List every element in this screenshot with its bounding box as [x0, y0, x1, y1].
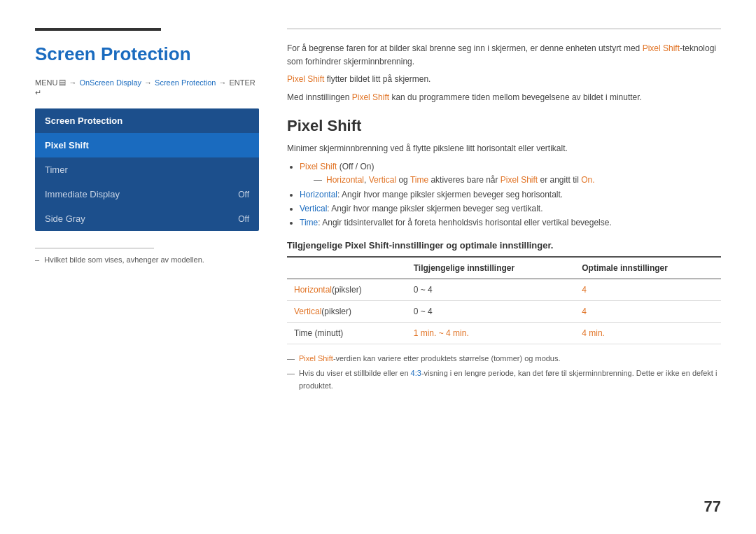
intro1-highlight: Pixel Shift — [643, 43, 680, 53]
bullet4-rest: : Angir tidsintervallet for å foreta hen… — [318, 218, 612, 227]
bullet2-highlight: Horizontal — [300, 190, 337, 199]
breadcrumb-protection: Screen Protection — [155, 78, 216, 87]
table-header-row: Tilgjengelige innstillinger Optimale inn… — [287, 257, 721, 279]
nav-box-title: Screen Protection — [35, 108, 259, 133]
arrow1: → — [69, 78, 76, 87]
page-title: Screen Protection — [35, 43, 259, 65]
intro1-text: For å begrense faren for at bilder skal … — [287, 43, 643, 53]
td-vertical-label: Vertical(piksler) — [287, 300, 407, 322]
table-row-vertical: Vertical(piksler) 0 ~ 4 4 — [287, 300, 721, 322]
note-content: Hvilket bilde som vises, avhenger av mod… — [44, 255, 204, 264]
td-vertical-rest: (piksler) — [321, 307, 351, 316]
td-vertical-highlight: Vertical — [294, 307, 321, 316]
sub-pixel-shift: Pixel Shift — [500, 175, 538, 185]
td-horizontal-optimal: 4 — [575, 279, 721, 300]
sub-horizontal: Horizontal — [326, 175, 364, 185]
td-time-range: 1 min. ~ 4 min. — [407, 322, 575, 344]
footnote-2: ― Hvis du viser et stillbilde eller en 4… — [287, 367, 721, 392]
bullet2-rest: : Angir hvor mange piksler skjermen beve… — [337, 190, 563, 199]
right-panel: For å begrense faren for at bilder skal … — [287, 28, 721, 513]
intro-paragraph-3: Med innstillingen Pixel Shift kan du pro… — [287, 91, 721, 104]
bullet1-rest: (Off / On) — [337, 162, 374, 171]
arrow2: → — [144, 78, 152, 87]
th-col2: Tilgjengelige innstillinger — [407, 257, 575, 279]
fn1-rest: -verdien kan variere etter produktets st… — [333, 354, 561, 363]
fn1-text: Pixel Shift-verdien kan variere etter pr… — [299, 353, 561, 365]
td-vertical-range: 0 ~ 4 — [407, 300, 575, 322]
nav-item-side-gray[interactable]: Side Gray Off — [35, 206, 259, 231]
sub-time: Time — [410, 175, 428, 185]
intro-paragraph-2: Pixel Shift flytter bildet litt på skjer… — [287, 73, 721, 86]
td-time-rest: (minutt) — [312, 328, 343, 338]
nav-label-immediate: Immediate Display — [45, 189, 120, 199]
bullet4-highlight: Time — [300, 218, 318, 227]
note-dash: – — [35, 255, 39, 264]
intro3-text: Med innstillingen — [287, 92, 352, 102]
left-panel: Screen Protection MENU ▤ → OnScreen Disp… — [35, 28, 259, 513]
td-horizontal-range: 0 ~ 4 — [407, 279, 575, 300]
arrow3: → — [218, 78, 226, 87]
td-horizontal-rest: (piksler) — [332, 285, 362, 295]
sub-vertical: Vertical — [369, 175, 396, 185]
bullet3-rest: : Angir hvor mange piksler skjermen beve… — [327, 204, 542, 213]
fn2-text: Hvis du viser et stillbilde eller en 4:3… — [299, 367, 721, 392]
section-title: Pixel Shift — [287, 117, 721, 135]
intro2-highlight: Pixel Shift — [287, 74, 324, 84]
bullet3-highlight: Vertical — [300, 204, 327, 213]
sub-text: Horizontal, Vertical og Time aktiveres b… — [326, 174, 595, 187]
bullet-item-2: Horizontal: Angir hvor mange piksler skj… — [300, 188, 721, 202]
sub-dash: ― — [314, 174, 322, 187]
bullet-item-1: Pixel Shift (Off / On) ― Horizontal, Ver… — [300, 160, 721, 188]
bullet-list: Pixel Shift (Off / On) ― Horizontal, Ver… — [300, 160, 721, 230]
th-col1 — [287, 257, 407, 279]
nav-label-side-gray: Side Gray — [45, 213, 85, 224]
table-row-time: Time (minutt) 1 min. ~ 4 min. 4 min. — [287, 322, 721, 344]
enter-icon: ↵ — [35, 88, 41, 97]
td-time-highlight: Time — [294, 328, 312, 338]
menu-label: MENU — [35, 78, 57, 87]
nav-value-side-gray: Off — [238, 214, 249, 224]
breadcrumb-enter: ENTER — [229, 78, 255, 87]
nav-label-pixel-shift: Pixel Shift — [45, 140, 89, 150]
sub-on: On. — [581, 175, 594, 185]
intro2-rest: flytter bildet litt på skjermen. — [324, 74, 430, 84]
breadcrumb-onscreen: OnScreen Display — [79, 78, 141, 87]
nav-item-immediate[interactable]: Immediate Display Off — [35, 182, 259, 206]
table-title: Tilgjengelige Pixel Shift-innstillinger … — [287, 240, 721, 251]
td-vertical-optimal: 4 — [575, 300, 721, 322]
nav-item-timer[interactable]: Timer — [35, 157, 259, 182]
td-time-label: Time (minutt) — [287, 322, 407, 344]
table-row-horizontal: Horizontal(piksler) 0 ~ 4 4 — [287, 279, 721, 300]
bullet-item-4: Time: Angir tidsintervallet for å foreta… — [300, 216, 721, 230]
fn2-dash: ― — [287, 367, 295, 380]
intro-paragraph-1: For å begrense faren for at bilder skal … — [287, 42, 721, 69]
td-time-optimal: 4 min. — [575, 322, 721, 344]
fn2-highlight: 4:3 — [411, 369, 421, 377]
fn1-dash: ― — [287, 353, 295, 365]
nav-label-timer: Timer — [45, 164, 68, 175]
fn1-highlight: Pixel Shift — [299, 354, 333, 363]
th-col3: Optimale innstillinger — [575, 257, 721, 279]
td-horizontal-highlight: Horizontal — [294, 285, 332, 295]
nav-box: Screen Protection Pixel Shift Timer Imme… — [35, 108, 259, 231]
top-bar-decoration — [35, 28, 161, 31]
bullet1-highlight: Pixel Shift — [300, 162, 337, 171]
nav-value-immediate: Off — [238, 190, 249, 199]
intro3-highlight: Pixel Shift — [352, 92, 389, 102]
left-note: – Hvilket bilde som vises, avhenger av m… — [35, 255, 259, 264]
nav-item-pixel-shift[interactable]: Pixel Shift — [35, 133, 259, 157]
body-text-1: Minimer skjerminnbrenning ved å flytte p… — [287, 142, 721, 155]
td-horizontal-label: Horizontal(piksler) — [287, 279, 407, 300]
bullet-item-3: Vertical: Angir hvor mange piksler skjer… — [300, 202, 721, 216]
data-table: Tilgjengelige innstillinger Optimale inn… — [287, 256, 721, 344]
footnotes: ― Pixel Shift-verdien kan variere etter … — [287, 353, 721, 393]
sub-item: ― Horizontal, Vertical og Time aktiveres… — [314, 174, 721, 187]
intro3-rest: kan du programmere tiden mellom bevegels… — [389, 92, 642, 102]
footnote-1: ― Pixel Shift-verdien kan variere etter … — [287, 353, 721, 365]
divider — [35, 248, 154, 248]
breadcrumb: MENU ▤ → OnScreen Display → Screen Prote… — [35, 78, 259, 97]
page-number: 77 — [704, 498, 721, 516]
menu-icon: ▤ — [59, 78, 66, 87]
top-line-decoration — [287, 28, 721, 29]
